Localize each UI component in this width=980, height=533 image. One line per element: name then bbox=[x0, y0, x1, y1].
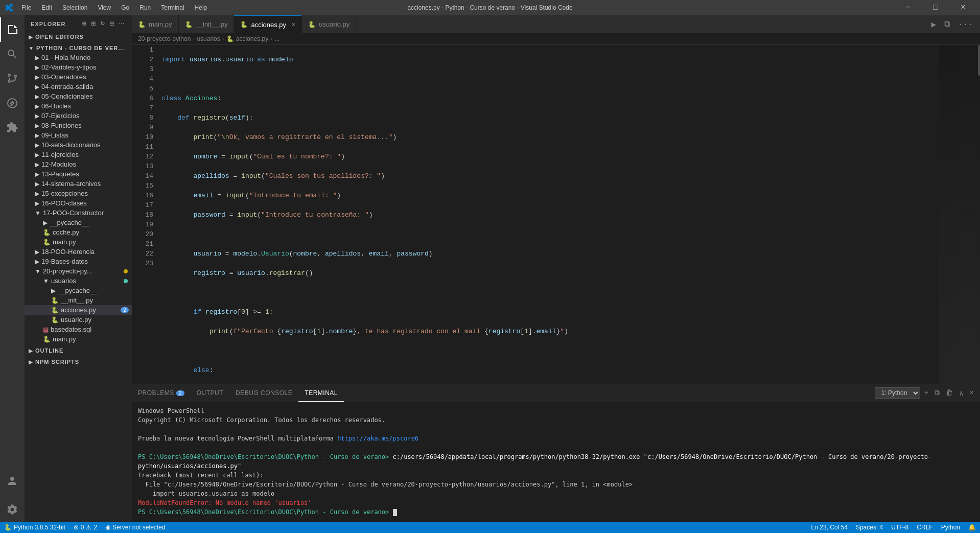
minimap-scrollbar[interactable] bbox=[978, 45, 980, 76]
open-editors-header[interactable]: ▶ Open Editors bbox=[25, 32, 132, 41]
kill-terminal-button[interactable]: 🗑 bbox=[944, 387, 955, 399]
file-main-17[interactable]: 🐍 main.py bbox=[25, 237, 132, 247]
refresh-button[interactable]: ↻ bbox=[99, 19, 106, 28]
folder-04[interactable]: ▶ 04-entrada-salida bbox=[25, 82, 132, 91]
folder-16[interactable]: ▶ 16-POO-clases bbox=[25, 198, 132, 208]
tab-usuario[interactable]: 🐍 usuario.py bbox=[302, 15, 356, 33]
menu-edit[interactable]: Edit bbox=[37, 3, 56, 12]
file-init[interactable]: 🐍 __init__.py bbox=[25, 295, 132, 305]
file-coche[interactable]: 🐍 coche.py bbox=[25, 227, 132, 237]
breadcrumb-folder[interactable]: usuarios bbox=[197, 35, 220, 42]
status-bell[interactable]: 🔔 bbox=[964, 522, 980, 533]
folder-11[interactable]: ▶ 11-ejercicios bbox=[25, 150, 132, 159]
status-position[interactable]: Ln 23, Col 54 bbox=[807, 522, 852, 533]
collapse-all-button[interactable]: ⊟ bbox=[108, 19, 115, 28]
close-button[interactable]: × bbox=[951, 0, 975, 15]
panel-maximize-button[interactable]: ∧ bbox=[957, 387, 965, 400]
folder-08[interactable]: ▶ 08-Funciones bbox=[25, 121, 132, 130]
tab-main[interactable]: 🐍 main.py bbox=[132, 15, 179, 33]
new-file-button[interactable]: ⊕ bbox=[81, 19, 88, 28]
folder-15[interactable]: ▶ 15-excepciones bbox=[25, 189, 132, 198]
panel-close-button[interactable]: × bbox=[968, 387, 976, 399]
activity-accounts[interactable] bbox=[0, 469, 25, 493]
folder-05[interactable]: ▶ 05-Condicionales bbox=[25, 91, 132, 101]
status-language[interactable]: Python bbox=[937, 522, 964, 533]
folder-usuarios[interactable]: ▼ usuarios bbox=[25, 276, 132, 286]
activity-settings[interactable] bbox=[0, 497, 25, 522]
menu-terminal[interactable]: Terminal bbox=[157, 3, 188, 12]
add-terminal-button[interactable]: + bbox=[922, 387, 930, 399]
folder-pycache-us[interactable]: ▶ __pycache__ bbox=[25, 286, 132, 295]
server-text: Server not selected bbox=[112, 524, 165, 531]
menu-run[interactable]: Run bbox=[135, 3, 155, 12]
maximize-button[interactable]: □ bbox=[924, 0, 947, 15]
terminal-content[interactable]: Windows PowerShell Copyright (C) Microso… bbox=[132, 402, 980, 522]
breadcrumb-project[interactable]: 20-proyecto-python bbox=[138, 35, 191, 42]
folder-14[interactable]: ▶ 14-sistema-archivos bbox=[25, 179, 132, 189]
panel-tab-output[interactable]: OUTPUT bbox=[191, 384, 229, 402]
terminal-dropdown[interactable]: 1: Python bbox=[875, 387, 920, 399]
split-terminal-button[interactable]: ⧉ bbox=[932, 387, 942, 399]
folder-icon: ▶ bbox=[35, 180, 39, 188]
panel-tab-problems[interactable]: PROBLEMS 2 bbox=[132, 384, 191, 402]
tab-init[interactable]: 🐍 __init__.py bbox=[179, 15, 235, 33]
menu-selection[interactable]: Selection bbox=[58, 3, 91, 12]
folder-19[interactable]: ▶ 19-Bases-datos bbox=[25, 257, 132, 266]
file-usuario[interactable]: 🐍 usuario.py bbox=[25, 315, 132, 325]
menu-go[interactable]: Go bbox=[117, 3, 133, 12]
file-main-20[interactable]: 🐍 main.py bbox=[25, 334, 132, 344]
folder-03[interactable]: ▶ 03-Operadores bbox=[25, 72, 132, 82]
folder-13[interactable]: ▶ 13-Paquetes bbox=[25, 169, 132, 179]
menu-help[interactable]: Help bbox=[191, 3, 212, 12]
code-editor[interactable]: import usuarios.usuario as modelo class … bbox=[157, 45, 939, 384]
problems-label: PROBLEMS bbox=[138, 389, 174, 397]
split-editor-button[interactable]: ⧉ bbox=[941, 17, 953, 31]
menu-view[interactable]: View bbox=[94, 3, 115, 12]
folder-01[interactable]: ▶ 01 - Hola Mundo bbox=[25, 53, 132, 62]
status-line-endings[interactable]: CRLF bbox=[913, 522, 937, 533]
status-errors[interactable]: ⊗ 0 ⚠ 2 bbox=[69, 522, 101, 533]
activity-source-control[interactable] bbox=[0, 66, 25, 91]
source-control-icon bbox=[6, 73, 18, 85]
activity-search[interactable] bbox=[0, 42, 25, 66]
minimize-button[interactable]: − bbox=[896, 0, 920, 15]
folder-10[interactable]: ▶ 10-sets-diccionarios bbox=[25, 140, 132, 150]
status-spaces[interactable]: Spaces: 4 bbox=[852, 522, 887, 533]
panel-tab-terminal[interactable]: TERMINAL bbox=[298, 384, 344, 402]
file-basedatos[interactable]: ▦ basedatos.sql bbox=[25, 325, 132, 334]
activity-extensions[interactable] bbox=[0, 115, 25, 140]
python-section-header[interactable]: ▼ Python - Curso de Ver... bbox=[25, 43, 132, 53]
npm-header[interactable]: ▶ NPM Scripts bbox=[25, 357, 132, 366]
python-icon: 🐍 bbox=[4, 524, 12, 531]
file-acciones[interactable]: 🐍 acciones.py 2 bbox=[25, 305, 132, 315]
more-actions-editor[interactable]: ··· bbox=[955, 18, 976, 31]
status-bar: 🐍 Python 3.8.5 32-bit ⊗ 0 ⚠ 2 ◉ Server n… bbox=[0, 522, 980, 533]
tab-acciones-close[interactable]: × bbox=[291, 20, 295, 29]
folder-17[interactable]: ▼ 17-POO-Constructor bbox=[25, 208, 132, 218]
folder-pycache-17[interactable]: ▶ __pycache__ bbox=[25, 218, 132, 227]
more-actions-button[interactable]: ··· bbox=[118, 19, 126, 28]
activity-explorer[interactable] bbox=[0, 17, 25, 42]
folder-07[interactable]: ▶ 07-Ejercicios bbox=[25, 111, 132, 121]
code-line-17: else: bbox=[161, 365, 939, 375]
folder-02[interactable]: ▶ 02-Varibles-y-tipos bbox=[25, 62, 132, 72]
folder-18[interactable]: ▶ 18-POO-Herencia bbox=[25, 247, 132, 257]
outline-header[interactable]: ▶ Outline bbox=[25, 346, 132, 355]
status-python-version[interactable]: 🐍 Python 3.8.5 32-bit bbox=[0, 522, 69, 533]
panel-tab-debug-console[interactable]: DEBUG CONSOLE bbox=[229, 384, 298, 402]
tab-acciones[interactable]: 🐍 acciones.py × bbox=[234, 15, 302, 33]
new-folder-button[interactable]: ⊞ bbox=[90, 19, 97, 28]
folder-12[interactable]: ▶ 12-Modulos bbox=[25, 159, 132, 169]
breadcrumb-symbol[interactable]: ... bbox=[274, 35, 279, 42]
position-text: Ln 23, Col 54 bbox=[811, 524, 848, 531]
activity-run-debug[interactable] bbox=[0, 91, 25, 115]
run-button[interactable]: ▶ bbox=[928, 17, 940, 32]
status-server[interactable]: ◉ Server not selected bbox=[101, 522, 169, 533]
folder-09[interactable]: ▶ 09-Listas bbox=[25, 130, 132, 140]
folder-06[interactable]: ▶ 06-Bucles bbox=[25, 101, 132, 111]
terminal-line-11: PS C:\Users\56948\OneDrive\Escritorio\DU… bbox=[138, 507, 974, 517]
breadcrumb-file[interactable]: 🐍 acciones.py bbox=[226, 35, 268, 42]
status-encoding[interactable]: UTF-8 bbox=[887, 522, 913, 533]
menu-file[interactable]: File bbox=[17, 3, 35, 12]
folder-20[interactable]: ▼ 20-proyecto-py... bbox=[25, 266, 132, 276]
